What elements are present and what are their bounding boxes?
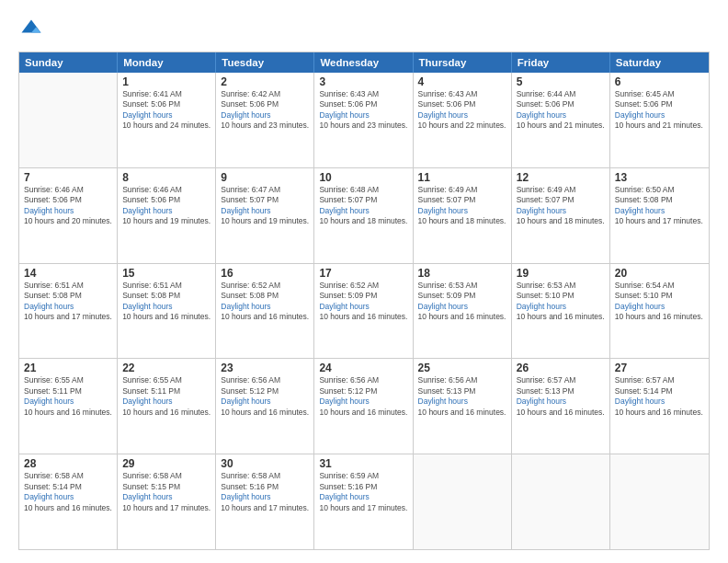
day-23: 23Sunrise: 6:56 AMSunset: 5:12 PMDayligh… xyxy=(216,359,314,454)
day-info: Sunrise: 6:55 AMSunset: 5:11 PMDaylight … xyxy=(24,375,112,418)
daylight-label: Daylight hours xyxy=(24,396,74,406)
daylight-label: Daylight hours xyxy=(24,302,74,311)
day-20: 20Sunrise: 6:54 AMSunset: 5:10 PMDayligh… xyxy=(610,264,709,359)
day-26: 26Sunrise: 6:57 AMSunset: 5:13 PMDayligh… xyxy=(512,359,610,454)
day-29: 29Sunrise: 6:58 AMSunset: 5:15 PMDayligh… xyxy=(118,454,216,549)
day-info: Sunrise: 6:49 AMSunset: 5:07 PMDaylight … xyxy=(517,185,605,227)
day-4: 4Sunrise: 6:43 AMSunset: 5:06 PMDaylight… xyxy=(414,73,512,167)
day-number: 6 xyxy=(615,75,704,88)
daylight-label: Daylight hours xyxy=(615,396,665,406)
day-31: 31Sunrise: 6:59 AMSunset: 5:16 PMDayligh… xyxy=(314,454,413,549)
day-info: Sunrise: 6:57 AMSunset: 5:13 PMDaylight … xyxy=(517,375,605,418)
daylight-label: Daylight hours xyxy=(221,492,270,501)
day-info: Sunrise: 6:55 AMSunset: 5:11 PMDaylight … xyxy=(122,375,210,418)
weekday-header-tuesday: Tuesday xyxy=(216,52,314,73)
daylight-label: Daylight hours xyxy=(517,206,566,215)
day-number: 7 xyxy=(24,171,112,184)
daylight-label: Daylight hours xyxy=(517,396,566,406)
day-number: 14 xyxy=(24,267,112,280)
day-15: 15Sunrise: 6:51 AMSunset: 5:08 PMDayligh… xyxy=(118,264,216,359)
day-number: 4 xyxy=(418,75,506,88)
day-3: 3Sunrise: 6:43 AMSunset: 5:06 PMDaylight… xyxy=(314,73,413,167)
day-9: 9Sunrise: 6:47 AMSunset: 5:07 PMDaylight… xyxy=(216,168,314,263)
daylight-label: Daylight hours xyxy=(418,206,468,215)
daylight-label: Daylight hours xyxy=(319,206,369,215)
day-number: 15 xyxy=(122,267,210,280)
day-6: 6Sunrise: 6:45 AMSunset: 5:06 PMDaylight… xyxy=(610,73,709,167)
day-8: 8Sunrise: 6:46 AMSunset: 5:06 PMDaylight… xyxy=(118,168,216,263)
day-info: Sunrise: 6:44 AMSunset: 5:06 PMDaylight … xyxy=(517,89,605,132)
day-info: Sunrise: 6:54 AMSunset: 5:10 PMDaylight … xyxy=(615,281,704,323)
day-info: Sunrise: 6:46 AMSunset: 5:06 PMDaylight … xyxy=(122,185,210,227)
empty-day xyxy=(414,454,512,549)
daylight-label: Daylight hours xyxy=(122,302,172,311)
daylight-label: Daylight hours xyxy=(615,206,665,215)
day-info: Sunrise: 6:43 AMSunset: 5:06 PMDaylight … xyxy=(418,89,506,132)
logo-icon xyxy=(18,17,44,42)
weekday-header-friday: Friday xyxy=(512,52,610,73)
day-info: Sunrise: 6:58 AMSunset: 5:15 PMDaylight … xyxy=(122,471,210,513)
day-info: Sunrise: 6:43 AMSunset: 5:06 PMDaylight … xyxy=(319,89,407,132)
daylight-label: Daylight hours xyxy=(615,110,665,120)
day-28: 28Sunrise: 6:58 AMSunset: 5:14 PMDayligh… xyxy=(19,454,118,549)
day-16: 16Sunrise: 6:52 AMSunset: 5:08 PMDayligh… xyxy=(216,264,314,359)
day-number: 31 xyxy=(319,457,407,470)
day-info: Sunrise: 6:48 AMSunset: 5:07 PMDaylight … xyxy=(319,185,407,227)
day-number: 27 xyxy=(615,362,704,374)
week-row-3: 14Sunrise: 6:51 AMSunset: 5:08 PMDayligh… xyxy=(19,263,709,359)
week-row-4: 21Sunrise: 6:55 AMSunset: 5:11 PMDayligh… xyxy=(19,358,709,454)
calendar: SundayMondayTuesdayWednesdayThursdayFrid… xyxy=(18,52,710,550)
day-info: Sunrise: 6:57 AMSunset: 5:14 PMDaylight … xyxy=(615,375,704,418)
day-number: 29 xyxy=(122,457,210,470)
day-number: 2 xyxy=(221,75,309,88)
day-info: Sunrise: 6:51 AMSunset: 5:08 PMDaylight … xyxy=(122,281,210,323)
daylight-label: Daylight hours xyxy=(221,302,270,311)
day-number: 17 xyxy=(319,267,407,280)
day-27: 27Sunrise: 6:57 AMSunset: 5:14 PMDayligh… xyxy=(610,359,709,454)
daylight-label: Daylight hours xyxy=(517,302,566,311)
day-10: 10Sunrise: 6:48 AMSunset: 5:07 PMDayligh… xyxy=(314,168,413,263)
day-number: 13 xyxy=(615,171,704,184)
weekday-header-wednesday: Wednesday xyxy=(314,52,413,73)
day-info: Sunrise: 6:45 AMSunset: 5:06 PMDaylight … xyxy=(615,89,704,132)
day-info: Sunrise: 6:41 AMSunset: 5:06 PMDaylight … xyxy=(122,89,210,132)
daylight-label: Daylight hours xyxy=(319,110,369,120)
day-number: 24 xyxy=(319,362,407,374)
weekday-header-saturday: Saturday xyxy=(610,52,709,73)
day-13: 13Sunrise: 6:50 AMSunset: 5:08 PMDayligh… xyxy=(610,168,709,263)
day-number: 20 xyxy=(615,267,704,280)
day-22: 22Sunrise: 6:55 AMSunset: 5:11 PMDayligh… xyxy=(118,359,216,454)
daylight-label: Daylight hours xyxy=(221,396,270,406)
empty-day xyxy=(610,454,709,549)
daylight-label: Daylight hours xyxy=(319,396,369,406)
day-number: 21 xyxy=(24,362,112,374)
weekday-header-thursday: Thursday xyxy=(414,52,512,73)
day-info: Sunrise: 6:49 AMSunset: 5:07 PMDaylight … xyxy=(418,185,506,227)
daylight-label: Daylight hours xyxy=(319,302,369,311)
day-info: Sunrise: 6:50 AMSunset: 5:08 PMDaylight … xyxy=(615,185,704,227)
day-info: Sunrise: 6:56 AMSunset: 5:12 PMDaylight … xyxy=(319,375,407,418)
day-18: 18Sunrise: 6:53 AMSunset: 5:09 PMDayligh… xyxy=(414,264,512,359)
day-24: 24Sunrise: 6:56 AMSunset: 5:12 PMDayligh… xyxy=(314,359,413,454)
daylight-label: Daylight hours xyxy=(122,206,172,215)
day-number: 12 xyxy=(517,171,605,184)
day-21: 21Sunrise: 6:55 AMSunset: 5:11 PMDayligh… xyxy=(19,359,118,454)
weekday-header-sunday: Sunday xyxy=(19,52,118,73)
day-number: 1 xyxy=(122,75,210,88)
empty-day xyxy=(512,454,610,549)
week-row-2: 7Sunrise: 6:46 AMSunset: 5:06 PMDaylight… xyxy=(19,167,709,263)
day-info: Sunrise: 6:58 AMSunset: 5:14 PMDaylight … xyxy=(24,471,112,513)
daylight-label: Daylight hours xyxy=(24,492,74,501)
daylight-label: Daylight hours xyxy=(24,206,74,215)
day-number: 19 xyxy=(517,267,605,280)
day-number: 11 xyxy=(418,171,506,184)
day-2: 2Sunrise: 6:42 AMSunset: 5:06 PMDaylight… xyxy=(216,73,314,167)
day-number: 10 xyxy=(319,171,407,184)
daylight-label: Daylight hours xyxy=(122,492,172,501)
day-19: 19Sunrise: 6:53 AMSunset: 5:10 PMDayligh… xyxy=(512,264,610,359)
day-info: Sunrise: 6:47 AMSunset: 5:07 PMDaylight … xyxy=(221,185,309,227)
day-number: 8 xyxy=(122,171,210,184)
daylight-label: Daylight hours xyxy=(221,206,270,215)
day-info: Sunrise: 6:56 AMSunset: 5:12 PMDaylight … xyxy=(221,375,309,418)
logo xyxy=(18,17,48,42)
